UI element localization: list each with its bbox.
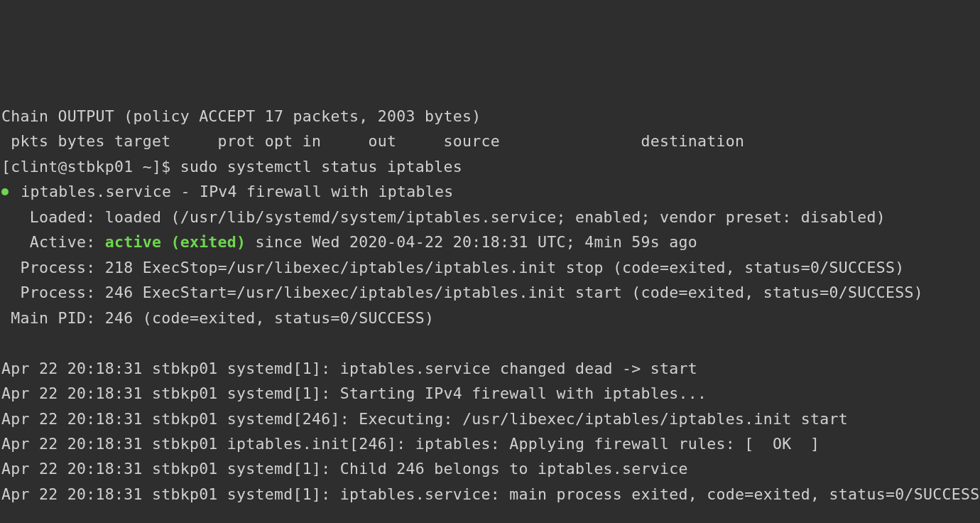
status-dot-icon	[1, 188, 9, 195]
active-status: active (exited)	[105, 233, 246, 251]
process-start-line: Process: 246 ExecStart=/usr/libexec/ipta…	[1, 284, 923, 301]
table-header-line: pkts bytes target prot opt in out source…	[1, 132, 744, 150]
main-pid-line: Main PID: 246 (code=exited, status=0/SUC…	[1, 309, 434, 327]
log-line: Apr 22 20:18:31 stbkp01 systemd[1]: ipta…	[1, 360, 697, 377]
terminal-output[interactable]: Chain OUTPUT (policy ACCEPT 17 packets, …	[0, 101, 980, 507]
log-line: Apr 22 20:18:31 stbkp01 systemd[246]: Ex…	[1, 410, 848, 428]
chain-output-line: Chain OUTPUT (policy ACCEPT 17 packets, …	[1, 107, 481, 125]
log-line: Apr 22 20:18:31 stbkp01 systemd[1]: Star…	[1, 384, 707, 402]
command-text: sudo systemctl status iptables	[180, 158, 462, 176]
active-timestamp: since Wed 2020-04-22 20:18:31 UTC; 4min …	[246, 233, 697, 251]
log-line: Apr 22 20:18:31 stbkp01 systemd[1]: ipta…	[1, 485, 979, 503]
service-name-line: iptables.service - IPv4 firewall with ip…	[11, 183, 453, 200]
active-label: Active:	[1, 233, 105, 251]
loaded-line: Loaded: loaded (/usr/lib/systemd/system/…	[1, 208, 886, 226]
log-line: Apr 22 20:18:31 stbkp01 iptables.init[24…	[1, 435, 820, 453]
log-line: Apr 22 20:18:31 stbkp01 systemd[1]: Chil…	[1, 460, 688, 478]
shell-prompt: [clint@stbkp01 ~]$	[1, 158, 180, 176]
process-stop-line: Process: 218 ExecStop=/usr/libexec/iptab…	[1, 259, 904, 276]
